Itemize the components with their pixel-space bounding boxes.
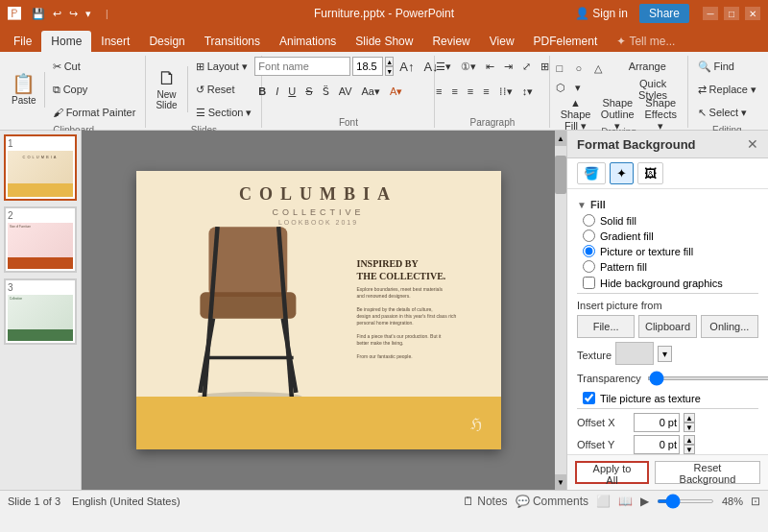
tab-home[interactable]: Home: [41, 31, 91, 52]
tab-insert[interactable]: Insert: [91, 31, 139, 52]
slide-show-btn[interactable]: ▶: [640, 495, 649, 508]
tab-view[interactable]: View: [480, 31, 524, 52]
slide-thumb-3[interactable]: 3 Collection: [4, 278, 77, 345]
gradient-fill-option[interactable]: Gradient fill: [583, 230, 758, 242]
reset-background-button[interactable]: Reset Background: [655, 461, 760, 484]
indent-decrease-btn[interactable]: ⇤: [482, 56, 498, 77]
comments-button[interactable]: 💬 Comments: [516, 495, 588, 508]
section-button[interactable]: ☰ Section ▾: [192, 102, 256, 123]
fit-to-window-btn[interactable]: ⊡: [751, 495, 760, 508]
fill-icon-btn[interactable]: 🪣: [577, 162, 606, 184]
save-quick-btn[interactable]: 💾: [29, 7, 48, 21]
tab-review[interactable]: Review: [422, 31, 479, 52]
offset-x-input[interactable]: [634, 413, 680, 432]
close-button[interactable]: ✕: [745, 7, 760, 20]
shape-3[interactable]: △: [594, 60, 612, 77]
cut-button[interactable]: ✂ Cut: [49, 56, 140, 77]
online-insert-btn[interactable]: Onling...: [701, 315, 758, 338]
tab-animations[interactable]: Animations: [270, 31, 346, 52]
picture-fill-option[interactable]: Picture or texture fill: [583, 245, 758, 257]
hide-graphics-checkbox[interactable]: [583, 277, 595, 289]
font-size-up[interactable]: ▲: [385, 57, 394, 66]
shape-4[interactable]: ⬡: [556, 79, 573, 96]
shadow-button[interactable]: S̈: [319, 81, 333, 102]
solid-fill-radio[interactable]: [583, 214, 595, 227]
shape-effects-btn[interactable]: Shape Effects ▾: [640, 104, 682, 125]
columns-btn[interactable]: ⁞⁞▾: [495, 81, 516, 102]
shape-fill-btn[interactable]: ▲ Shape Fill ▾: [556, 104, 594, 125]
arrange-button[interactable]: Arrange: [625, 56, 682, 77]
maximize-button[interactable]: □: [724, 7, 739, 20]
normal-view-btn[interactable]: ⬜: [596, 495, 611, 508]
clipboard-insert-btn[interactable]: Clipboard: [638, 315, 696, 338]
font-size-input[interactable]: [352, 57, 383, 76]
offset-x-up[interactable]: ▲: [684, 413, 695, 423]
hide-graphics-option[interactable]: Hide background graphics: [583, 277, 758, 289]
effects-icon-btn[interactable]: ✦: [610, 162, 634, 184]
shape-outline-btn[interactable]: Shape Outline ▾: [597, 104, 638, 125]
numbering-btn[interactable]: ①▾: [457, 56, 480, 77]
picture-icon-btn[interactable]: 🖼: [637, 162, 663, 184]
bullets-btn[interactable]: ☰▾: [432, 56, 455, 77]
align-center-btn[interactable]: ≡: [447, 81, 461, 102]
file-insert-btn[interactable]: File...: [577, 315, 635, 338]
offset-y-input[interactable]: [634, 435, 680, 454]
new-slide-button[interactable]: 🗋 NewSlide: [152, 66, 180, 112]
signin-button[interactable]: 👤 Sign in: [567, 4, 636, 23]
shapes-more[interactable]: ▾: [575, 79, 592, 96]
slide-thumb-1[interactable]: 1 COLUMBIA: [4, 134, 77, 201]
italic-button[interactable]: I: [272, 81, 282, 102]
offset-y-up[interactable]: ▲: [684, 435, 695, 445]
shape-1[interactable]: □: [556, 60, 573, 77]
scrollbar-thumb[interactable]: [555, 156, 566, 194]
copy-button[interactable]: ⧉ Copy: [49, 79, 140, 100]
undo-quick-btn[interactable]: ↩: [50, 7, 64, 21]
text-direction-btn[interactable]: ⤢: [518, 56, 535, 77]
apply-to-all-button[interactable]: Apply to All: [575, 461, 649, 484]
select-button[interactable]: ↖ Select ▾: [694, 102, 752, 123]
offset-x-down[interactable]: ▼: [684, 423, 695, 432]
strikethrough-button[interactable]: S: [301, 81, 316, 102]
justify-btn[interactable]: ≡: [479, 81, 492, 102]
gradient-fill-radio[interactable]: [583, 230, 595, 242]
solid-fill-option[interactable]: Solid fill: [583, 214, 758, 227]
find-button[interactable]: 🔍 Find: [694, 56, 738, 77]
layout-button[interactable]: ⊞ Layout ▾: [192, 56, 256, 77]
transparency-slider[interactable]: [648, 376, 768, 380]
font-color-button[interactable]: A▾: [386, 81, 406, 102]
indent-increase-btn[interactable]: ⇥: [500, 56, 516, 77]
pattern-fill-radio[interactable]: [583, 260, 595, 273]
paste-button[interactable]: 📋 Paste: [8, 72, 40, 108]
reset-button[interactable]: ↺ Reset: [192, 79, 256, 100]
tile-checkbox[interactable]: [583, 392, 595, 404]
char-spacing-button[interactable]: AV: [335, 81, 356, 102]
underline-button[interactable]: U: [284, 81, 300, 102]
format-panel-close-btn[interactable]: ✕: [747, 136, 758, 152]
texture-dropdown-btn[interactable]: ▾: [658, 346, 672, 362]
tab-transitions[interactable]: Transitions: [195, 31, 270, 52]
scroll-down-btn[interactable]: ▼: [555, 474, 566, 490]
font-name-input[interactable]: [254, 57, 350, 76]
line-spacing-btn[interactable]: ↕▾: [518, 81, 538, 102]
canvas-area[interactable]: COLUMBIA COLLECTIVE LOOKBOOK 2019: [82, 131, 555, 490]
pattern-fill-option[interactable]: Pattern fill: [583, 260, 758, 273]
align-right-btn[interactable]: ≡: [464, 81, 477, 102]
tab-design[interactable]: Design: [139, 31, 194, 52]
fill-section-header[interactable]: ▼ Fill: [577, 199, 758, 210]
format-painter-button[interactable]: 🖌 Format Painter: [49, 102, 140, 123]
notes-button[interactable]: 🗒 Notes: [463, 495, 508, 508]
tab-tellme[interactable]: ✦ Tell me...: [607, 31, 684, 52]
tile-option[interactable]: Tile picture as texture: [583, 392, 758, 404]
minimize-button[interactable]: ─: [703, 7, 718, 20]
slide-thumb-2[interactable]: 2 Size of Furniture: [4, 206, 77, 273]
redo-quick-btn[interactable]: ↪: [66, 7, 81, 21]
offset-y-down[interactable]: ▼: [684, 445, 695, 454]
bold-button[interactable]: B: [254, 81, 270, 102]
tab-pdfelement[interactable]: PDFelement: [524, 31, 608, 52]
picture-fill-radio[interactable]: [583, 245, 595, 257]
shape-2[interactable]: ○: [575, 60, 592, 77]
share-button[interactable]: Share: [639, 4, 689, 23]
customize-quick-btn[interactable]: ▾: [83, 7, 94, 21]
scroll-up-btn[interactable]: ▲: [555, 131, 566, 146]
tab-slideshow[interactable]: Slide Show: [346, 31, 422, 52]
